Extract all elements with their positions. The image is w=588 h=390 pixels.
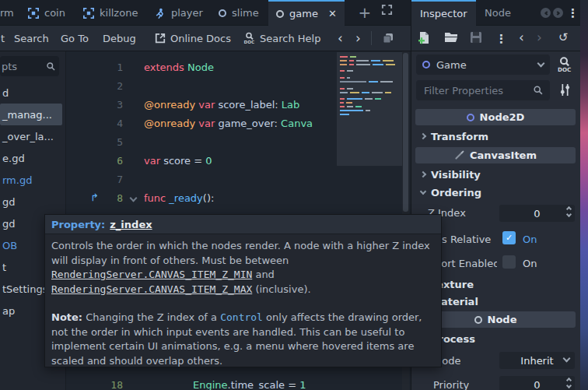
menu-search[interactable]: Search [14, 26, 49, 51]
filter-properties-input[interactable] [422, 84, 523, 97]
node2d-circle-icon [467, 114, 474, 121]
tab-scroll-right-icon[interactable] [553, 8, 563, 18]
node-circle-icon [474, 316, 482, 324]
player-person-icon [155, 8, 166, 19]
script-list-item[interactable]: gd [0, 191, 62, 213]
menu-goto[interactable]: Go To [61, 26, 89, 51]
scrollbar-thumb[interactable] [403, 53, 408, 212]
section-transform[interactable]: Transform [421, 128, 488, 144]
tooltip-body: Controls the order in which the nodes re… [45, 234, 441, 368]
class-link: Control [220, 311, 263, 323]
y-sort-enabled-value: On [523, 258, 537, 269]
add-scene-tab-button[interactable]: + [355, 2, 375, 23]
tab-node[interactable]: Node [485, 0, 511, 26]
tab-inspector-active[interactable]: Inspector [411, 0, 476, 26]
node2d-circle-icon [276, 10, 284, 18]
history-back-button[interactable]: ‹ [338, 26, 343, 51]
chevron-down-icon [563, 355, 571, 363]
scene-tab-partial[interactable]: rm [0, 0, 14, 26]
chevron-right-icon [420, 171, 426, 177]
chevron-down-icon [420, 188, 426, 194]
svg-text:DOC: DOC [244, 40, 255, 44]
history-icon[interactable]: ↺ [558, 30, 569, 44]
scene-tab-slime[interactable]: slime [219, 0, 259, 26]
godot-editor-window: rm coin killzone player slime game ✕ + t… [0, 0, 588, 390]
close-tab-icon[interactable]: ✕ [328, 8, 337, 19]
doc-search-icon: DOC [243, 32, 255, 44]
scene-tab-game-active[interactable]: game ✕ [268, 0, 345, 26]
code-fold-icon[interactable] [130, 195, 138, 202]
node2d-circle-icon [219, 9, 226, 17]
section-ordering[interactable]: Ordering [421, 184, 481, 200]
filter-properties-box [416, 80, 550, 100]
canvasitem-brush-icon [454, 150, 464, 160]
inspector-tab-bar: Inspector Node ⋮ [411, 0, 581, 26]
script-menu-bar: t Search Go To Debug Online Docs DOC Sea… [0, 26, 411, 51]
tooltip-header: Property: z_index [45, 215, 441, 234]
menu-edit-partial[interactable]: t [1, 26, 5, 51]
y-sort-enabled-checkbox[interactable] [502, 255, 516, 269]
z-as-relative-value: On [523, 234, 537, 245]
section-visibility[interactable]: Visibility [421, 167, 481, 182]
node2d-circle-icon [422, 61, 430, 69]
external-link-icon [155, 33, 166, 44]
script-list-item[interactable]: e.gd [0, 147, 62, 169]
script-list-item[interactable]: _over_la... [0, 125, 62, 147]
z-as-relative-checkbox[interactable]: ✓ [502, 231, 516, 244]
scene-frame-icon [83, 8, 94, 19]
scene-tab-player[interactable]: player [155, 0, 203, 26]
scene-frame-icon [28, 8, 39, 19]
process-priority-spinbox[interactable]: 0 [499, 376, 575, 390]
category-canvasitem: CanvasItem [415, 147, 576, 163]
scene-tab-coin[interactable]: coin [28, 0, 65, 26]
filter-scripts-input[interactable]: pts [0, 56, 59, 76]
property-tools-icon[interactable] [558, 83, 572, 97]
online-docs-button[interactable]: Online Docs [155, 26, 231, 51]
category-node2d: Node2D [415, 109, 576, 125]
spinner-arrows-icon[interactable] [567, 207, 571, 216]
new-resource-icon[interactable] [418, 31, 431, 45]
edited-object-selector[interactable]: Game [416, 54, 550, 75]
api-link: RenderingServer.CANVAS_ITEM_Z_MIN [51, 269, 252, 280]
spinner-arrows-icon[interactable] [567, 378, 571, 388]
background-sliver [580, 0, 588, 390]
code-line: 7 [67, 170, 402, 188]
script-list-item-selected[interactable]: _manag... [0, 104, 62, 125]
search-icon [533, 85, 544, 96]
make-floating-icon[interactable] [382, 26, 394, 51]
inspector-toolbar: ⋮ ‹ › ↺ [411, 26, 581, 51]
script-list-item[interactable]: rm.gd [0, 169, 62, 191]
search-help-button[interactable]: DOC Search Help [243, 26, 320, 51]
tab-menu-dots-icon[interactable]: ⋮ [567, 6, 579, 20]
toolbar-divider [371, 31, 372, 45]
z-index-spinbox[interactable]: 0 [499, 205, 575, 222]
distraction-free-icon[interactable] [381, 4, 393, 16]
open-docs-icon[interactable]: DOC [556, 56, 572, 72]
menu-debug[interactable]: Debug [103, 26, 136, 51]
scene-tab-killzone[interactable]: killzone [83, 0, 138, 26]
chevron-down-icon [537, 60, 545, 68]
inspector-forward-icon[interactable]: › [537, 30, 542, 45]
script-list-item[interactable]: d [0, 82, 62, 104]
search-icon [46, 61, 56, 72]
inspector-back-icon[interactable]: ‹ [519, 30, 524, 45]
scene-tab-bar: rm coin killzone player slime game ✕ + [0, 0, 411, 26]
code-minimap[interactable] [337, 52, 402, 166]
load-resource-folder-icon[interactable] [444, 31, 458, 44]
tab-scroll-left-icon[interactable] [541, 8, 551, 18]
svg-text:DOC: DOC [558, 66, 571, 72]
chevron-right-icon [420, 133, 426, 139]
history-forward-button[interactable]: › [355, 26, 361, 51]
property-help-tooltip: Property: z_index Controls the order in … [44, 214, 442, 367]
code-line: 18 Engine.time_scale = 1 [67, 375, 402, 390]
code-line: ↱ 8 func _ready(): [67, 188, 402, 207]
api-link: RenderingServer.CANVAS_ITEM_Z_MAX [51, 283, 252, 295]
process-mode-dropdown[interactable]: Inherit [499, 352, 575, 369]
save-resource-icon[interactable] [470, 31, 482, 44]
process-priority-label: Priority [433, 379, 469, 390]
resource-menu-dots-icon[interactable]: ⋮ [495, 32, 507, 46]
